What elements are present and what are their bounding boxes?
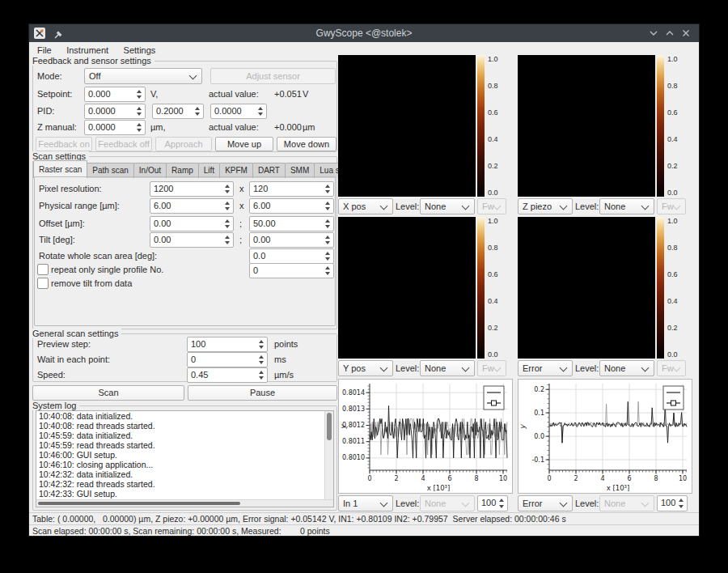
spin-up-icon[interactable]: [137, 123, 142, 126]
wait-spinbox[interactable]: 0: [187, 352, 268, 367]
spin-down-icon[interactable]: [258, 112, 263, 116]
pixel-resolution-x-spinbox[interactable]: 1200: [150, 181, 234, 197]
profile-plot[interactable]: 02468100.80100.80110.80120.80130.8014yx …: [338, 379, 513, 494]
spin-down-icon[interactable]: [137, 129, 142, 132]
points-spinbox[interactable]: 100: [477, 495, 508, 511]
spin-up-icon[interactable]: [225, 185, 230, 188]
signal-combo[interactable]: Error: [518, 495, 573, 511]
level-label: Level:: [575, 363, 599, 373]
pixel-resolution-y-spinbox[interactable]: 120: [249, 181, 334, 197]
signal-combo[interactable]: Y pos: [338, 360, 393, 376]
spin-down-icon[interactable]: [325, 257, 330, 261]
mode-combo[interactable]: Off: [84, 68, 202, 84]
signal-combo[interactable]: Z piezo: [518, 198, 573, 214]
spin-up-icon[interactable]: [259, 371, 264, 374]
offset-y-spinbox[interactable]: 50.00: [249, 216, 334, 231]
setpoint-spinbox[interactable]: 0.000: [84, 87, 146, 102]
spin-down-icon[interactable]: [225, 190, 230, 193]
repeat-profile-checkbox[interactable]: [37, 264, 49, 275]
spin-down-icon[interactable]: [137, 96, 142, 99]
spin-up-icon[interactable]: [225, 236, 230, 239]
svg-text:0: 0: [367, 475, 371, 482]
close-button[interactable]: [679, 27, 692, 40]
spin-down-icon[interactable]: [259, 376, 264, 380]
spin-down-icon[interactable]: [325, 190, 330, 193]
spin-down-icon[interactable]: [225, 225, 230, 228]
maximize-button[interactable]: [663, 27, 676, 40]
setpoint-unit: V,: [150, 89, 158, 99]
spin-down-icon[interactable]: [225, 207, 230, 210]
spin-up-icon[interactable]: [195, 107, 200, 110]
offset-x-spinbox[interactable]: 0.00: [150, 216, 234, 231]
profile-plot[interactable]: 0246810-0.10.00.10.2yx [10³]: [518, 379, 692, 494]
spin-down-icon[interactable]: [679, 505, 684, 508]
spin-up-icon[interactable]: [137, 90, 142, 93]
spin-down-icon[interactable]: [225, 241, 230, 244]
scan-image[interactable]: [518, 55, 655, 197]
level-combo[interactable]: None: [420, 198, 475, 214]
spin-up-icon[interactable]: [225, 202, 230, 205]
log-entry: 10:40:08: data initialized.: [36, 411, 333, 421]
spin-down-icon[interactable]: [259, 346, 264, 349]
spin-up-icon[interactable]: [325, 185, 330, 188]
application-window: GwyScope <@stolek> File Instrument Setti…: [29, 24, 699, 536]
spin-up-icon[interactable]: [499, 499, 504, 502]
signal-combo[interactable]: X pos: [338, 198, 393, 214]
spin-up-icon[interactable]: [137, 107, 142, 110]
preview-step-spinbox[interactable]: 100: [187, 337, 268, 352]
scan-image[interactable]: [338, 55, 476, 197]
spin-up-icon[interactable]: [259, 355, 264, 359]
move-up-button[interactable]: Move up: [215, 137, 273, 151]
spin-down-icon[interactable]: [325, 241, 330, 244]
level-combo[interactable]: None: [599, 360, 654, 376]
points-spinbox[interactable]: 100: [657, 495, 688, 511]
spin-up-icon[interactable]: [679, 499, 684, 502]
signal-combo[interactable]: Error: [518, 360, 573, 376]
spin-up-icon[interactable]: [259, 340, 264, 343]
svg-text:0.8011: 0.8011: [342, 438, 365, 445]
physical-range-x-spinbox[interactable]: 6.00: [150, 198, 234, 214]
spin-down-icon[interactable]: [195, 112, 200, 116]
titlebar[interactable]: GwyScope <@stolek>: [29, 24, 699, 42]
system-log[interactable]: 10:40:08: data initialized. 10:40:08: re…: [36, 410, 334, 507]
spin-down-icon[interactable]: [325, 225, 330, 228]
spin-up-icon[interactable]: [258, 107, 263, 110]
spin-up-icon[interactable]: [325, 219, 330, 223]
spin-down-icon[interactable]: [325, 272, 330, 275]
remove-tilt-checkbox[interactable]: [37, 278, 49, 289]
tab-raster-scan[interactable]: Raster scan: [33, 160, 87, 178]
zmanual-spinbox[interactable]: 0.0000: [84, 120, 146, 135]
scan-image[interactable]: [518, 217, 655, 359]
tilt-y-spinbox[interactable]: 0.00: [249, 232, 334, 248]
scan-image[interactable]: [338, 217, 476, 359]
pause-button[interactable]: Pause: [188, 385, 337, 401]
pid-d-spinbox[interactable]: 0.0000: [210, 104, 267, 119]
spin-down-icon[interactable]: [259, 361, 264, 364]
spin-up-icon[interactable]: [325, 202, 330, 205]
value: 0.00: [154, 233, 171, 247]
horizontal-scrollbar[interactable]: [36, 499, 334, 507]
repeat-profile-spinbox[interactable]: 0: [249, 263, 334, 278]
spin-up-icon[interactable]: [325, 236, 330, 239]
chevron-down-icon: [641, 364, 650, 372]
move-down-button[interactable]: Move down: [277, 137, 336, 151]
vertical-scrollbar[interactable]: [324, 411, 333, 501]
rotate-spinbox[interactable]: 0.0: [249, 248, 334, 264]
level-combo[interactable]: None: [599, 198, 654, 214]
physical-range-y-spinbox[interactable]: 6.00: [249, 198, 334, 214]
spin-down-icon[interactable]: [325, 207, 330, 210]
spin-up-icon[interactable]: [325, 252, 330, 255]
spin-up-icon[interactable]: [325, 266, 330, 270]
tilt-x-spinbox[interactable]: 0.00: [150, 232, 234, 248]
speed-spinbox[interactable]: 0.45: [187, 367, 268, 383]
scan-button[interactable]: Scan: [32, 385, 184, 401]
pid-p-spinbox[interactable]: 0.0000: [84, 104, 146, 119]
signal-combo[interactable]: In 1: [338, 495, 393, 511]
spin-up-icon[interactable]: [225, 219, 230, 223]
colorbar-tick: 0.6: [488, 109, 498, 117]
spin-down-icon[interactable]: [499, 505, 504, 508]
pid-i-spinbox[interactable]: 0.2000: [152, 104, 204, 119]
minimize-button[interactable]: [647, 27, 660, 40]
level-combo[interactable]: None: [420, 360, 475, 376]
spin-down-icon[interactable]: [137, 112, 142, 116]
